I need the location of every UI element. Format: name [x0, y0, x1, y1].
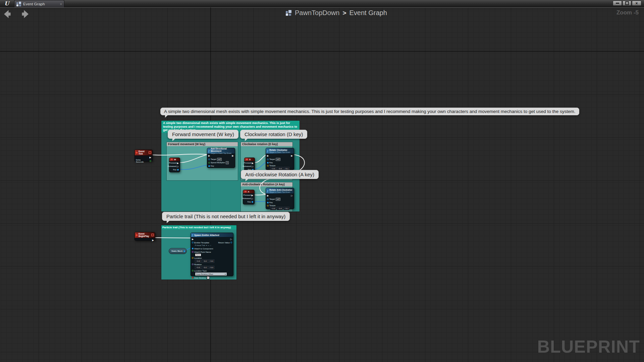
- exec-in-pin[interactable]: ▶: [208, 155, 210, 157]
- location-type-dropdown[interactable]: Keep Relative Offset▾: [195, 272, 227, 276]
- exec-out-pin[interactable]: ▷: [291, 194, 293, 197]
- comment-particle-title[interactable]: Particle trail (This is not needed but I…: [161, 225, 236, 230]
- exec-out-pin[interactable]: ▶: [232, 155, 234, 157]
- target-pin[interactable]: [267, 198, 269, 200]
- rotation-z-field[interactable]: Z0.0: [208, 266, 214, 269]
- location-type-pin[interactable]: [192, 270, 194, 272]
- pin-label: Target: [211, 158, 216, 160]
- unreal-engine-logo-icon[interactable]: U: [3, 0, 11, 7]
- released-exec-pin[interactable]: ▷: [252, 165, 254, 168]
- torque-z-field[interactable]: Z0.1: [283, 207, 289, 210]
- breadcrumb-root[interactable]: PawnTopDown: [295, 9, 339, 17]
- torque-x-field[interactable]: X0.0: [270, 207, 276, 210]
- minimize-button[interactable]: [613, 1, 622, 6]
- speed-multiplier-pin[interactable]: [208, 162, 210, 164]
- pin-label: Pressed: [169, 162, 176, 164]
- location-pin[interactable]: [192, 257, 194, 259]
- target-value[interactable]: self: [276, 198, 281, 201]
- pressed-exec-pin[interactable]: ▶: [177, 162, 179, 164]
- dropdown-icon[interactable]: ▾: [206, 244, 207, 246]
- torque-y-field[interactable]: Y0.0: [277, 207, 283, 210]
- delta-seconds-pin[interactable]: [150, 160, 151, 162]
- pin-label: Key: [173, 169, 176, 171]
- pin-label: Auto Destroy: [194, 277, 206, 279]
- rotation-y-field[interactable]: Y0.0: [202, 266, 208, 269]
- tab-event-graph[interactable]: Event Graph ×: [14, 0, 64, 7]
- browse-asset-icon[interactable]: ⌕: [210, 244, 211, 247]
- exec-in-pin[interactable]: ▶: [192, 238, 194, 240]
- node-add-directional-movement[interactable]: ƒ Add Directional MovementTarget is Pawn…: [207, 148, 235, 168]
- rotation-x-field[interactable]: X0.0: [195, 266, 201, 269]
- released-exec-pin[interactable]: ▷: [177, 165, 179, 168]
- attach-to-component-pin[interactable]: [192, 248, 194, 249]
- pressed-exec-pin[interactable]: ▶: [252, 194, 253, 196]
- add-asset-icon[interactable]: +: [208, 244, 209, 246]
- tooltip-forward-movement: Forward movement (W key): [168, 130, 238, 139]
- node-event-beginplay[interactable]: Event BeginPlay ▶: [135, 232, 155, 241]
- comment-forward-title[interactable]: Forward movement (W key): [167, 142, 238, 146]
- node-spawn-emitter-attached[interactable]: ƒ Spawn Emitter Attached ▶▷ Emitter Temp…: [191, 233, 233, 276]
- node-static-mesh-variable[interactable]: Static Mesh: [169, 248, 187, 254]
- return-value-pin[interactable]: [230, 242, 232, 243]
- torque-y-field[interactable]: Y0.0: [277, 167, 283, 170]
- node-title: Spawn Emitter Attached: [194, 234, 219, 236]
- key-pin[interactable]: [267, 202, 269, 203]
- rotation-pin[interactable]: [192, 263, 194, 265]
- pressed-exec-pin[interactable]: ▶: [252, 162, 254, 164]
- function-icon: ƒ: [267, 150, 268, 152]
- pin-label: Pressed: [244, 194, 251, 196]
- auto-destroy-pin[interactable]: [192, 277, 194, 279]
- attach-point-name-pin[interactable]: [192, 251, 194, 253]
- exec-out-pin[interactable]: ▷: [230, 238, 232, 240]
- target-value[interactable]: self: [276, 158, 281, 161]
- event-icon: [136, 151, 138, 154]
- auto-destroy-checkbox[interactable]: ✔: [207, 276, 210, 279]
- minimize-icon: [616, 3, 619, 4]
- attach-point-name-value[interactable]: None: [195, 253, 201, 256]
- restore-button[interactable]: [623, 1, 631, 6]
- location-x-field[interactable]: X0.0: [195, 259, 201, 263]
- tab-close-icon[interactable]: ×: [60, 2, 62, 6]
- nav-back-button[interactable]: [4, 10, 14, 18]
- pin-label: Released: [242, 197, 251, 199]
- close-button[interactable]: ×: [632, 1, 641, 6]
- node-rotate-anticlockwise[interactable]: ƒ Rotate Anti-ClockwiseTarget is Pawn To…: [266, 188, 294, 209]
- breadcrumb: PawnTopDown > Event Graph: [286, 9, 387, 17]
- comment-anticlockwise-title[interactable]: Anti-clockwise Rotation (A key): [241, 182, 292, 186]
- torque-pin[interactable]: [267, 205, 269, 206]
- torque-pin[interactable]: [267, 165, 269, 167]
- emitter-template-value[interactable]: P Astral Trail ▾ + ⌕: [195, 244, 211, 247]
- torque-x-field[interactable]: X0.0: [270, 167, 276, 170]
- location-y-field[interactable]: Y0.0: [202, 259, 208, 263]
- static-mesh-output-pin[interactable]: [183, 250, 185, 252]
- target-pin[interactable]: [208, 159, 210, 160]
- node-event-tick[interactable]: Event Tick ▶ Delta Seconds: [135, 149, 153, 162]
- exec-in-pin[interactable]: ▶: [267, 155, 269, 157]
- nav-forward-button[interactable]: [18, 10, 29, 18]
- target-pin[interactable]: [267, 159, 269, 160]
- pin-label: Speed Multiplier: [211, 162, 225, 164]
- released-exec-pin[interactable]: ▷: [252, 197, 253, 200]
- speed-multiplier-value[interactable]: 1: [226, 161, 229, 164]
- exec-in-pin[interactable]: ▶: [267, 194, 269, 197]
- target-value[interactable]: self: [217, 158, 222, 161]
- key-pin[interactable]: [267, 162, 269, 164]
- restore-icon: [625, 1, 629, 5]
- exec-out-pin[interactable]: ▶: [150, 156, 151, 159]
- node-input-key-a[interactable]: A Pressed▶ Released▷ Key: [243, 190, 255, 204]
- node-rotate-clockwise[interactable]: ƒ Rotate ClockwiseTarget is Pawn Top Dow…: [266, 148, 294, 170]
- function-icon: ƒ: [267, 190, 268, 192]
- emitter-template-pin[interactable]: [192, 242, 194, 243]
- graph-canvas[interactable]: [0, 7, 644, 362]
- key-pin[interactable]: [208, 165, 210, 167]
- location-z-field[interactable]: Z0.0: [208, 259, 214, 263]
- pin-label: Released: [168, 165, 176, 167]
- key-data-pin[interactable]: [177, 169, 179, 171]
- torque-z-field[interactable]: Z0.1: [283, 167, 289, 170]
- node-title: D: [249, 159, 251, 161]
- comment-clockwise-title[interactable]: Clockwise rotation (D key): [241, 142, 292, 146]
- node-input-key-w[interactable]: W Pressed▶ Released▷ Key: [169, 158, 180, 172]
- key-data-pin[interactable]: [252, 201, 253, 203]
- exec-out-pin[interactable]: ▶: [291, 155, 293, 157]
- exec-out-pin[interactable]: ▶: [152, 239, 154, 241]
